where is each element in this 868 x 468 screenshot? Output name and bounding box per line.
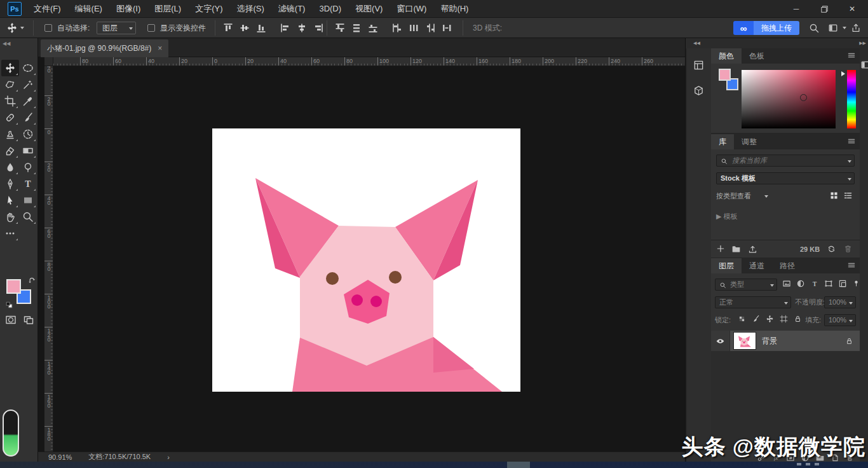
tab-color[interactable]: 颜色 (711, 48, 742, 64)
menu-item[interactable]: 滤镜(T) (271, 0, 313, 18)
menu-item[interactable]: 窗口(W) (390, 0, 433, 18)
spot-healing-brush-tool[interactable] (1, 109, 19, 126)
minimize-button[interactable]: ─ (784, 1, 808, 17)
templates-group[interactable]: ▶ 模板 (716, 210, 738, 223)
dist-bottom-icon[interactable] (366, 21, 380, 35)
align-bottom-icon[interactable] (254, 21, 268, 35)
status-expander-icon[interactable]: › (167, 453, 170, 461)
panel-menu-icon[interactable] (847, 261, 856, 270)
default-colors-icon[interactable] (5, 301, 13, 309)
dodge-tool[interactable] (19, 159, 37, 176)
ruler-origin-corner[interactable] (44, 57, 53, 66)
sync-icon[interactable] (827, 244, 836, 254)
menu-item[interactable]: 选择(S) (229, 0, 271, 18)
lock-position-icon[interactable] (766, 315, 774, 323)
3d-slide-icon[interactable] (569, 21, 583, 35)
search-icon[interactable] (807, 21, 821, 35)
layer-row-background[interactable]: 背景 (711, 331, 860, 351)
tab-layers[interactable]: 图层 (711, 258, 742, 273)
align-right-icon[interactable] (311, 21, 325, 35)
library-search-input[interactable]: 搜索当前库 (716, 155, 855, 167)
properties-panel-icon[interactable] (693, 85, 704, 96)
menu-item[interactable]: 视图(V) (348, 0, 390, 18)
workspace-chevron-icon[interactable] (843, 27, 846, 29)
dist-top-icon[interactable] (333, 21, 347, 35)
align-top-icon[interactable] (221, 21, 235, 35)
panel-menu-icon[interactable] (847, 137, 856, 146)
auto-select-checkbox[interactable] (44, 24, 52, 32)
menu-item[interactable]: 编辑(E) (68, 0, 109, 18)
vertical-ruler[interactable]: 4020020406080100120140160180 (44, 66, 53, 451)
clone-stamp-tool[interactable] (1, 126, 19, 142)
layer-thumbnail[interactable] (734, 333, 756, 349)
layer-filter-dropdown[interactable]: 类型 (715, 279, 777, 291)
saturation-brightness-field[interactable] (742, 70, 836, 128)
foreground-color-swatch[interactable] (6, 279, 21, 294)
color-picker-ring[interactable] (800, 94, 807, 101)
filter-type-layers-icon[interactable]: T (810, 279, 819, 288)
crop-tool[interactable] (1, 93, 19, 109)
close-button[interactable]: ✕ (840, 1, 864, 17)
dist-right-icon[interactable] (423, 21, 437, 35)
layer-visibility-toggle[interactable] (711, 331, 730, 351)
close-tab-icon[interactable]: × (158, 44, 162, 53)
elliptical-marquee-tool[interactable] (19, 60, 37, 76)
3d-pan-icon[interactable] (550, 21, 564, 35)
collapse-toolbar-icon[interactable]: ◀◀ (3, 41, 10, 46)
tab-paths[interactable]: 路径 (772, 258, 803, 273)
panel-menu-icon[interactable] (847, 51, 856, 60)
opacity-field[interactable]: 100% (824, 296, 856, 308)
magic-wand-tool[interactable] (19, 76, 37, 93)
horizontal-type-tool[interactable]: T (19, 176, 37, 192)
zoom-level[interactable]: 90.91% (48, 453, 72, 461)
zoom-tool[interactable] (19, 209, 37, 225)
collapsed-dock-icon[interactable] (860, 60, 868, 70)
menu-item[interactable]: 文字(Y) (188, 0, 229, 18)
grid-view-icon[interactable] (829, 191, 839, 200)
3d-roll-icon[interactable] (531, 21, 545, 35)
menu-item[interactable]: 图像(I) (109, 0, 147, 18)
layer-name[interactable]: 背景 (762, 336, 845, 347)
menu-item[interactable]: 帮助(H) (433, 0, 475, 18)
view-by-chevron-icon[interactable] (764, 195, 768, 198)
layer-lock-icon[interactable] (845, 337, 853, 345)
filter-toggle-icon[interactable] (852, 279, 860, 287)
restore-button[interactable] (812, 1, 836, 17)
menu-item[interactable]: 3D(D) (312, 0, 348, 18)
library-collection-dropdown[interactable]: Stock 模板 (716, 172, 855, 184)
workspace-icon[interactable] (826, 21, 840, 35)
move-tool[interactable] (1, 60, 19, 76)
align-hcenter-icon[interactable] (295, 21, 309, 35)
canvas[interactable] (212, 128, 520, 392)
menu-item[interactable]: 图层(L) (147, 0, 188, 18)
view-by-label[interactable]: 按类型查看 (716, 190, 751, 202)
blend-mode-dropdown[interactable]: 正常 (715, 296, 791, 308)
lock-all-icon[interactable] (794, 315, 802, 323)
filter-pixel-layers-icon[interactable] (782, 279, 791, 288)
gradient-tool[interactable] (19, 142, 37, 159)
filter-smart-objects-icon[interactable] (838, 279, 847, 288)
dist-spacing-icon[interactable] (440, 21, 454, 35)
history-brush-tool[interactable] (19, 126, 37, 142)
align-vcenter-icon[interactable] (238, 21, 252, 35)
tab-swatches[interactable]: 色板 (742, 48, 772, 64)
quick-mask-icon[interactable] (5, 314, 17, 326)
3d-orbit-icon[interactable] (512, 21, 526, 35)
lock-transparent-icon[interactable] (738, 315, 746, 323)
rectangle-tool[interactable] (19, 192, 37, 209)
brush-tool[interactable] (19, 109, 37, 126)
add-content-icon[interactable] (716, 244, 725, 253)
lock-artboard-icon[interactable] (780, 315, 788, 323)
filter-adjustment-layers-icon[interactable] (796, 279, 805, 288)
swap-colors-icon[interactable] (28, 277, 37, 286)
tab-channels[interactable]: 通道 (742, 258, 772, 273)
screen-mode-icon[interactable] (23, 314, 34, 326)
dist-left-icon[interactable] (390, 21, 404, 35)
new-group-icon[interactable] (731, 244, 741, 254)
panel-foreground-swatch[interactable] (719, 69, 731, 81)
align-left-icon[interactable] (278, 21, 292, 35)
blur-tool[interactable] (1, 159, 19, 176)
tool-preset-chevron-icon[interactable] (20, 27, 24, 29)
lock-pixels-icon[interactable] (752, 315, 760, 323)
polygonal-lasso-tool[interactable] (1, 76, 19, 93)
